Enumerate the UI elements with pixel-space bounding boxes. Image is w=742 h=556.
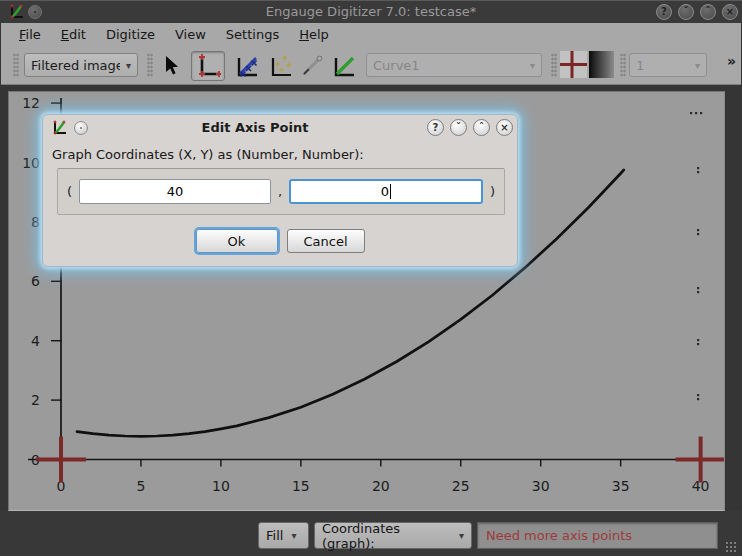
window-resize-grip[interactable]: [725, 541, 738, 554]
menu-view[interactable]: View: [166, 25, 215, 44]
svg-text:30: 30: [532, 478, 550, 494]
point-match-tool-icon: [268, 53, 294, 79]
y-coordinate-field[interactable]: 0: [289, 179, 483, 204]
curve-point-tool-button[interactable]: [230, 51, 264, 81]
toolbar-grip[interactable]: [13, 53, 19, 77]
toolbar-grip[interactable]: [551, 53, 557, 77]
menu-digitize[interactable]: Digitize: [97, 25, 164, 44]
chevron-down-icon: ▾: [695, 60, 700, 71]
window-titlebar[interactable]: Engauge Digitizer 7.0: testcase* ? ˇ ˆ ×: [0, 1, 742, 23]
y-coordinate-value: 0: [381, 184, 389, 199]
toolbar-grip[interactable]: [620, 53, 626, 77]
x-coordinate-value: 40: [167, 184, 184, 199]
menu-settings[interactable]: Settings: [217, 25, 288, 44]
svg-text:12: 12: [22, 95, 40, 111]
coordinates-display-combo[interactable]: Coordinates (graph): ▾: [314, 522, 472, 549]
edit-axis-point-dialog: Edit Axis Point ? ˇ ˆ × Graph Coordinate…: [42, 114, 518, 267]
toolbar-grip[interactable]: [147, 53, 153, 77]
color-picker-tool-button[interactable]: [298, 51, 326, 81]
engauge-main-window: Engauge Digitizer 7.0: testcase* ? ˇ ˆ ×…: [0, 0, 742, 556]
maximize-window-button[interactable]: ˆ: [700, 4, 716, 20]
svg-text:4: 4: [31, 333, 40, 349]
dialog-help-button[interactable]: ?: [427, 119, 444, 136]
shade-window-button[interactable]: ˇ: [678, 4, 694, 20]
svg-text:8: 8: [31, 214, 40, 230]
status-message-field: Need more axis points: [477, 522, 718, 549]
menu-help[interactable]: Help: [290, 25, 338, 44]
svg-text:5: 5: [136, 478, 145, 494]
chevron-down-icon: ▾: [530, 60, 535, 71]
status-message: Need more axis points: [486, 528, 632, 543]
dialog-unshade-button[interactable]: ˆ: [473, 119, 490, 136]
cancel-button[interactable]: Cancel: [287, 229, 365, 253]
chevron-down-icon: ▾: [291, 530, 296, 541]
svg-text:20: 20: [372, 478, 390, 494]
x-coordinate-field[interactable]: 40: [79, 179, 271, 204]
svg-text:35: 35: [612, 478, 630, 494]
text-caret: [390, 184, 391, 199]
cursor-arrow-icon: [162, 55, 182, 77]
axis-point-tool-icon: [195, 53, 221, 79]
axis-point-tool-button[interactable]: [191, 51, 225, 81]
statusbar: Fill ▾ Coordinates (graph): ▾ Need more …: [0, 511, 742, 556]
svg-text:2: 2: [31, 392, 40, 408]
segment-fill-tool-button[interactable]: [327, 51, 361, 81]
close-window-button[interactable]: ×: [722, 4, 738, 20]
svg-text:6: 6: [31, 273, 40, 289]
point-match-tool-button[interactable]: [264, 51, 298, 81]
engauge-app-icon: [51, 120, 67, 139]
gradient-filter-swatch: [589, 51, 614, 78]
coordinates-prompt-label: Graph Coordinates (X, Y) as (Number, Num…: [52, 147, 364, 162]
svg-text:10: 10: [212, 478, 230, 494]
axes-checker-swatch: [560, 51, 587, 82]
close-paren-label: ): [490, 184, 495, 199]
dialog-menu-button[interactable]: [74, 121, 88, 135]
zoom-combo[interactable]: Fill ▾: [258, 522, 309, 549]
chevron-down-icon: ▾: [459, 530, 464, 541]
svg-text:15: 15: [292, 478, 310, 494]
color-filter-combo[interactable]: 1 ▾: [629, 53, 707, 77]
segment-fill-tool-icon: [331, 53, 357, 79]
dialog-shade-button[interactable]: ˇ: [450, 119, 467, 136]
background-selection-combo[interactable]: Filtered image ▾: [24, 53, 138, 77]
comma-label: ,: [278, 184, 282, 199]
menu-file[interactable]: File: [10, 25, 50, 44]
toolbar-overflow-chevron[interactable]: »: [727, 53, 734, 69]
open-paren-label: (: [67, 184, 72, 199]
menubar: FileEditDigitizeViewSettingsHelp: [1, 23, 741, 45]
window-title: Engauge Digitizer 7.0: testcase*: [0, 1, 742, 23]
select-tool-button[interactable]: [156, 51, 188, 81]
dialog-titlebar[interactable]: Edit Axis Point ? ˇ ˆ ×: [43, 115, 517, 141]
curve-point-tool-icon: [234, 53, 260, 79]
eyedropper-icon: [300, 54, 324, 78]
curve-select-combo[interactable]: Curve1 ▾: [366, 53, 542, 77]
ok-button[interactable]: Ok: [196, 229, 278, 253]
dialog-title: Edit Axis Point: [103, 115, 407, 141]
coordinates-group: ( 40 , 0 ): [57, 168, 505, 215]
menu-edit[interactable]: Edit: [52, 25, 95, 44]
svg-text:25: 25: [452, 478, 470, 494]
help-window-button[interactable]: ?: [656, 4, 672, 20]
chevron-down-icon: ▾: [126, 60, 131, 71]
dialog-close-button[interactable]: ×: [496, 119, 513, 136]
svg-text:10: 10: [22, 155, 40, 171]
